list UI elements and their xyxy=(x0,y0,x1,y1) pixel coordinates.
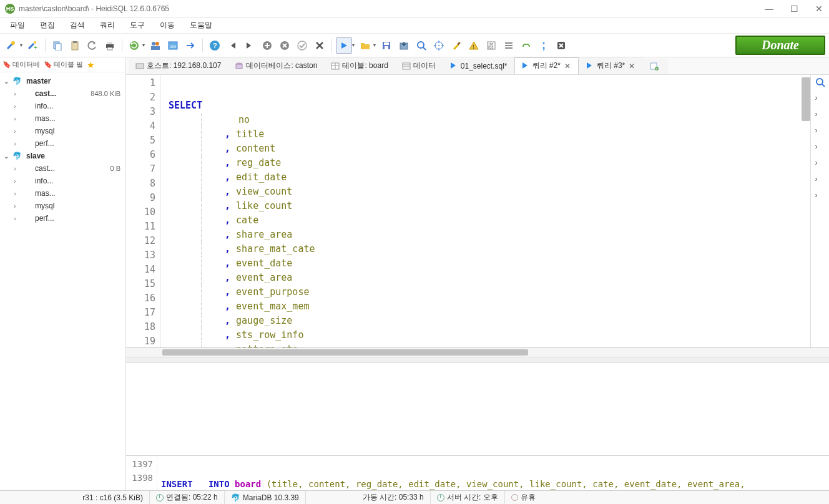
sidebar-tab-table-filter[interactable]: 🔖테이블 필 xyxy=(42,59,84,70)
svg-point-1 xyxy=(34,41,36,44)
tree-database[interactable]: ›info... xyxy=(0,100,125,112)
dropdown-icon[interactable]: ▾ xyxy=(352,42,355,48)
chevron-right-icon[interactable]: › xyxy=(815,191,825,201)
tree-database[interactable]: ›mas... xyxy=(0,112,125,125)
chevron-right-icon[interactable]: › xyxy=(815,126,825,136)
tree-database[interactable]: ›mas... xyxy=(0,187,125,200)
help-icon[interactable]: ? xyxy=(207,37,223,54)
export-icon[interactable] xyxy=(396,37,412,54)
chevron-right-icon[interactable]: › xyxy=(815,158,825,168)
favorites-icon[interactable]: ★ xyxy=(86,59,96,71)
svg-rect-34 xyxy=(505,45,513,46)
brush-icon[interactable] xyxy=(448,37,464,54)
tab-label: 데이터베이스: caston xyxy=(246,61,317,71)
tab-label: 호스트: 192.168.0.107 xyxy=(147,61,221,71)
svg-rect-22 xyxy=(384,42,389,45)
chevron-right-icon[interactable]: › xyxy=(815,142,825,152)
svg-rect-9 xyxy=(107,47,112,50)
svg-point-0 xyxy=(11,41,15,45)
tree-database[interactable]: ›cast...848.0 KiB xyxy=(0,87,125,100)
semicolon-icon[interactable]: ; xyxy=(536,37,552,54)
zoom-icon[interactable] xyxy=(413,37,429,54)
menu-edit[interactable]: 편집 xyxy=(32,17,62,33)
close-icon[interactable]: ✕ xyxy=(563,62,572,70)
chevron-right-icon[interactable]: › xyxy=(815,94,825,104)
undo-icon[interactable] xyxy=(84,37,101,54)
paste-icon[interactable] xyxy=(67,37,83,54)
tree-database[interactable]: ›mysql xyxy=(0,125,125,137)
copy-icon[interactable] xyxy=(49,37,66,54)
target-icon[interactable] xyxy=(431,37,447,54)
tree-server[interactable]: ⌄🐬slave xyxy=(0,150,125,162)
tab[interactable]: 테이블: board xyxy=(324,57,395,74)
csv-icon[interactable]: csv xyxy=(165,37,181,54)
minimize-button[interactable]: — xyxy=(764,4,774,14)
last-icon[interactable] xyxy=(242,37,258,54)
tab[interactable]: 쿼리 #2*✕ xyxy=(514,57,579,74)
splitter[interactable] xyxy=(126,357,829,363)
cancel-icon[interactable] xyxy=(311,37,328,54)
donate-button[interactable]: Donate xyxy=(735,36,825,55)
host-icon xyxy=(135,62,144,70)
tab[interactable]: 호스트: 192.168.0.107 xyxy=(129,57,228,74)
play-icon xyxy=(586,62,594,70)
menu-search[interactable]: 검색 xyxy=(62,17,92,33)
svg-point-27 xyxy=(438,45,439,46)
tab[interactable]: 데이터 xyxy=(395,57,443,74)
binary-icon[interactable]: 100010 xyxy=(483,37,499,54)
cursor-position: r31 : c16 (3.5 KiB) xyxy=(82,493,143,502)
window-title: master\caston\board\ - HeidiSQL 12.6.0.6… xyxy=(19,4,169,13)
search-icon[interactable] xyxy=(815,77,825,87)
add-icon[interactable] xyxy=(259,37,275,54)
tab-label: 01_select.sql* xyxy=(461,62,508,70)
arrow-right-icon[interactable] xyxy=(182,37,199,54)
tab[interactable]: 01_select.sql* xyxy=(443,59,514,74)
chevron-right-icon[interactable]: › xyxy=(815,110,825,120)
connect-icon[interactable] xyxy=(4,37,20,54)
dropdown-icon[interactable]: ▾ xyxy=(373,42,376,48)
sidebar-tab-db-filter[interactable]: 🔖데이터베 xyxy=(1,59,41,70)
tree-server[interactable]: ⌄🐬master xyxy=(0,75,125,87)
scrollbar-horizontal[interactable] xyxy=(126,348,829,357)
dropdown-icon[interactable]: ▾ xyxy=(142,42,145,48)
stop-icon[interactable] xyxy=(553,37,569,54)
tree-database[interactable]: ›mysql xyxy=(0,200,125,212)
dropdown-icon[interactable]: ▾ xyxy=(20,42,22,48)
tree-database[interactable]: ›perf... xyxy=(0,137,125,150)
new-connection-icon[interactable]: + xyxy=(25,37,41,54)
folder-icon[interactable] xyxy=(357,37,373,54)
print-icon[interactable] xyxy=(102,37,118,54)
warning-icon[interactable]: ! xyxy=(466,37,482,54)
close-button[interactable]: ✕ xyxy=(814,4,824,14)
menu-file[interactable]: 파일 xyxy=(2,17,32,33)
users-icon[interactable] xyxy=(147,37,164,54)
check-icon[interactable] xyxy=(294,37,310,54)
remove-icon[interactable] xyxy=(277,37,293,54)
idle-icon xyxy=(511,494,518,501)
menu-go[interactable]: 이동 xyxy=(152,17,182,33)
menu-help[interactable]: 도움말 xyxy=(182,17,220,33)
scrollbar-vertical[interactable] xyxy=(802,77,810,121)
columns-icon[interactable] xyxy=(501,37,517,54)
tab-strip: 호스트: 192.168.0.107데이터베이스: caston테이블: boa… xyxy=(126,57,829,75)
run-icon[interactable] xyxy=(336,37,352,54)
tree-database[interactable]: ›info... xyxy=(0,175,125,187)
tree-database[interactable]: ›cast...0 B xyxy=(0,162,125,175)
chevron-right-icon[interactable]: › xyxy=(815,175,825,185)
clock-icon xyxy=(156,494,164,502)
tab[interactable]: 데이터베이스: caston xyxy=(228,57,324,74)
menu-tools[interactable]: 도구 xyxy=(122,17,152,33)
link-icon[interactable] xyxy=(518,37,534,54)
maximize-button[interactable]: ☐ xyxy=(789,4,799,14)
sql-editor[interactable]: 12345678910111213141516171819 SELECT no,… xyxy=(126,75,810,347)
close-icon[interactable]: ✕ xyxy=(627,62,636,70)
tab[interactable]: 쿼리 #3*✕ xyxy=(579,57,643,74)
refresh-icon[interactable] xyxy=(126,37,142,54)
menu-query[interactable]: 쿼리 xyxy=(92,17,122,33)
dolphin-icon: 🐬 xyxy=(231,493,240,502)
first-icon[interactable] xyxy=(224,37,240,54)
tab[interactable]: + xyxy=(643,59,668,74)
tree-database[interactable]: ›perf... xyxy=(0,212,125,225)
svg-point-20 xyxy=(298,41,307,50)
save-icon[interactable] xyxy=(378,37,395,54)
